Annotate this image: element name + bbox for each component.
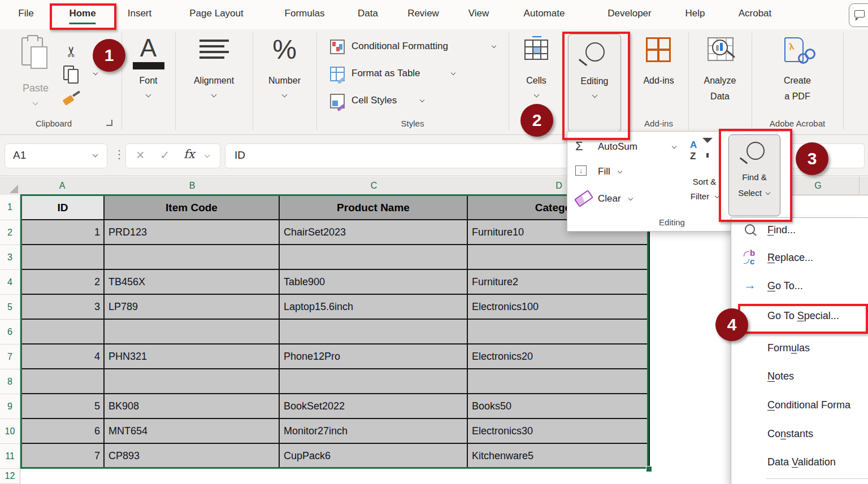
cell-D6[interactable] xyxy=(468,320,650,345)
menu-item-go-to[interactable]: →Go To... xyxy=(731,276,868,298)
cell-C1[interactable]: Product Name xyxy=(280,195,468,220)
menu-item-formulas[interactable]: Formulas xyxy=(731,338,868,360)
select-all-button[interactable] xyxy=(0,177,20,195)
menu-item-constants[interactable]: Constants xyxy=(731,424,868,446)
cell-A1[interactable]: ID xyxy=(21,195,105,220)
cell-C2[interactable]: ChairSet2023 xyxy=(280,220,468,245)
cell-B1[interactable]: Item Code xyxy=(105,195,280,220)
cell-C7[interactable]: Phone12Pro xyxy=(280,345,468,369)
alignment-chevron-icon[interactable] xyxy=(211,92,217,98)
cell-A9[interactable]: 5 xyxy=(21,394,105,419)
cell-B6[interactable] xyxy=(105,320,280,345)
tab-automate[interactable]: Automate xyxy=(524,8,565,19)
name-box-chevron-icon[interactable] xyxy=(93,152,98,158)
cell-C9[interactable]: BookSet2022 xyxy=(280,394,468,419)
row-header-3[interactable]: 3 xyxy=(0,245,20,270)
cell-A5[interactable]: 3 xyxy=(21,295,105,320)
fx-chevron-icon[interactable] xyxy=(205,152,210,158)
copy-chevron-icon[interactable] xyxy=(93,71,98,75)
cell-A3[interactable] xyxy=(21,245,105,270)
row-header-12[interactable]: 12 xyxy=(0,469,20,484)
clear-chevron-icon[interactable] xyxy=(628,196,633,200)
cell-B4[interactable]: TB456X xyxy=(105,270,280,295)
cell-D9[interactable]: Books50 xyxy=(468,394,650,419)
tab-data[interactable]: Data xyxy=(358,8,378,19)
cell-C4[interactable]: Table900 xyxy=(280,270,468,295)
name-box[interactable]: A1 xyxy=(5,143,107,168)
row-header-5[interactable]: 5 xyxy=(0,295,20,320)
tab-acrobat[interactable]: Acrobat xyxy=(739,8,772,19)
paste-button[interactable]: Paste xyxy=(15,35,57,121)
menu-item-find[interactable]: Find... xyxy=(731,220,868,242)
clipboard-dialog-launcher-icon[interactable] xyxy=(106,120,112,126)
cell-D7[interactable]: Electronics20 xyxy=(468,345,650,369)
cell-D5[interactable]: Electronics100 xyxy=(468,295,650,320)
cell-C10[interactable]: Monitor27inch xyxy=(280,419,468,444)
tab-developer[interactable]: Developer xyxy=(607,8,652,19)
row-header-2[interactable]: 2 xyxy=(0,220,20,245)
cell-D4[interactable]: Furniture2 xyxy=(468,270,650,295)
cancel-icon[interactable]: × xyxy=(136,147,145,163)
cell-D10[interactable]: Electronics30 xyxy=(468,419,650,444)
cell-A2[interactable]: 1 xyxy=(21,220,105,245)
enter-check-icon[interactable]: ✓ xyxy=(160,149,170,162)
tab-page-layout[interactable]: Page Layout xyxy=(189,8,243,19)
cell-A10[interactable]: 6 xyxy=(21,419,105,444)
tab-file[interactable]: File xyxy=(18,8,33,19)
group-addins[interactable]: Add-ins Add-ins xyxy=(629,29,688,134)
cell-B7[interactable]: PHN321 xyxy=(105,345,280,369)
clear-button[interactable]: Clear xyxy=(575,190,660,208)
cell-styles-button[interactable]: Cell Styles xyxy=(330,93,500,111)
create-pdf-button[interactable]: λ Create a PDF xyxy=(774,35,821,108)
cells-chevron-icon[interactable] xyxy=(534,92,540,98)
cell-B2[interactable]: PRD123 xyxy=(105,220,280,245)
cell-A7[interactable]: 4 xyxy=(21,345,105,369)
column-header-a[interactable]: A xyxy=(20,177,105,195)
menu-item-data-validation[interactable]: Data Validation xyxy=(731,452,868,474)
cell-B11[interactable]: CP893 xyxy=(105,444,280,469)
row-header-6[interactable]: 6 xyxy=(0,320,20,345)
cell-A4[interactable]: 2 xyxy=(21,270,105,295)
copy-button[interactable] xyxy=(63,64,83,82)
fill-button[interactable]: ↓ Fill xyxy=(575,164,654,182)
cut-button[interactable]: ✂ xyxy=(63,40,81,58)
cell-B5[interactable]: LP789 xyxy=(105,295,280,320)
group-font[interactable]: A Font xyxy=(121,29,175,134)
group-alignment[interactable]: Alignment xyxy=(175,29,253,134)
tab-view[interactable]: View xyxy=(468,8,489,19)
selection-fill-handle[interactable] xyxy=(646,466,652,472)
cell-C8[interactable] xyxy=(280,369,468,394)
comment-button[interactable] xyxy=(849,3,868,27)
cell-B3[interactable] xyxy=(105,245,280,270)
row-header-10[interactable]: 10 xyxy=(0,419,20,444)
fill-chevron-icon[interactable] xyxy=(618,169,622,173)
row-header-8[interactable]: 8 xyxy=(0,369,20,394)
cell-C3[interactable] xyxy=(280,245,468,270)
cell-D3[interactable] xyxy=(468,245,650,270)
menu-item-conditional-forma[interactable]: Conditional Forma xyxy=(731,395,868,417)
cell-B10[interactable]: MNT654 xyxy=(105,419,280,444)
cell-B8[interactable] xyxy=(105,369,280,394)
autosum-button[interactable]: Σ AutoSum xyxy=(575,138,680,158)
column-header-b[interactable]: B xyxy=(105,177,280,195)
number-chevron-icon[interactable] xyxy=(282,92,288,98)
autosum-chevron-icon[interactable] xyxy=(672,144,676,149)
menu-item-replace[interactable]: bcReplace... xyxy=(731,247,868,270)
analyze-data-button[interactable]: Analyze Data xyxy=(688,29,752,134)
row-header-7[interactable]: 7 xyxy=(0,345,20,369)
format-painter-button[interactable] xyxy=(62,90,83,110)
format-as-table-button[interactable]: Format as Table xyxy=(330,66,500,84)
menu-item-notes[interactable]: Notes xyxy=(731,366,868,389)
tab-formulas[interactable]: Formulas xyxy=(285,8,325,19)
conditional-formatting-button[interactable]: Conditional Formatting xyxy=(330,38,500,56)
cell-C6[interactable] xyxy=(280,320,468,345)
tab-insert[interactable]: Insert xyxy=(128,8,152,19)
tab-review[interactable]: Review xyxy=(407,8,439,19)
cell-A8[interactable] xyxy=(21,369,105,394)
row-header-4[interactable]: 4 xyxy=(0,270,20,295)
cell-A11[interactable]: 7 xyxy=(21,444,105,469)
cell-D8[interactable] xyxy=(468,369,650,394)
cell-C5[interactable]: Laptop15.6inch xyxy=(280,295,468,320)
font-chevron-icon[interactable] xyxy=(146,92,151,98)
column-header-c[interactable]: C xyxy=(280,177,468,195)
